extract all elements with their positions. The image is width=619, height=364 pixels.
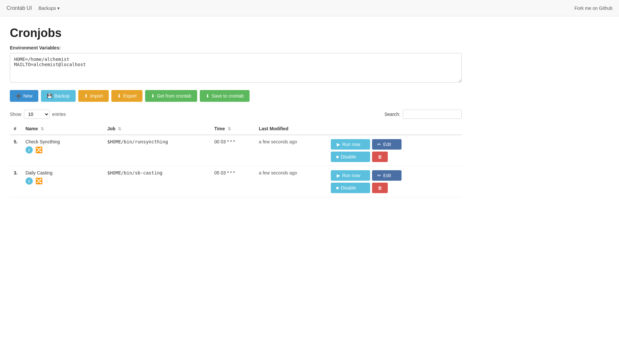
- row-time: 00 03 * * *: [210, 135, 255, 166]
- export-icon: ⬇: [117, 93, 121, 99]
- search-input[interactable]: [403, 110, 462, 119]
- table-row: 5. Check Syncthing i 🔀 $HOME/bin/runsync…: [10, 135, 462, 166]
- play-icon: ▶: [337, 173, 340, 178]
- col-name[interactable]: Name ⇅: [22, 123, 103, 135]
- branch-icon[interactable]: 🔀: [35, 177, 43, 185]
- row-name-cell: Daily Casting i 🔀: [22, 166, 103, 197]
- disable-icon: ■: [336, 185, 339, 191]
- backup-icon: 💾: [47, 93, 52, 99]
- delete-button[interactable]: 🗑: [372, 152, 388, 162]
- page-title: Cronjobs: [10, 26, 462, 40]
- chevron-down-icon: ▾: [57, 6, 60, 11]
- backup-button[interactable]: 💾 Backup: [41, 90, 76, 102]
- disable-icon: ■: [336, 154, 339, 159]
- export-button[interactable]: ⬇ Export: [111, 90, 142, 102]
- row-name: Daily Casting: [26, 170, 100, 175]
- run-now-button[interactable]: ▶ Run now: [331, 139, 370, 150]
- action-buttons: ➕ New 💾 Backup ⬆ Import ⬇ Export ⬇ Get f…: [10, 90, 462, 102]
- fork-github-link[interactable]: Fork me on Github: [574, 6, 612, 11]
- entries-label: entries: [52, 112, 66, 117]
- save-icon: ⬇: [206, 93, 210, 99]
- edit-label: Edit: [383, 173, 391, 178]
- jobs-tbody: 5. Check Syncthing i 🔀 $HOME/bin/runsync…: [10, 135, 462, 197]
- edit-button[interactable]: ✏ Edit: [372, 139, 402, 150]
- run-now-button[interactable]: ▶ Run now: [331, 170, 370, 181]
- info-icon[interactable]: i: [26, 146, 33, 154]
- row-icons: i 🔀: [26, 177, 100, 185]
- actions-row-top: ▶ Run now ✏ Edit: [331, 170, 458, 181]
- play-icon: ▶: [337, 142, 340, 147]
- navbar: Crontab UI Backups ▾ Fork me on Github: [0, 0, 619, 16]
- entries-select[interactable]: 10 25 50 100: [24, 110, 49, 119]
- col-job[interactable]: Job ⇅: [103, 123, 210, 135]
- trash-icon: 🗑: [378, 185, 382, 191]
- navbar-brand[interactable]: Crontab UI: [7, 5, 32, 11]
- row-actions: ▶ Run now ✏ Edit ■ Disable 🗑: [327, 135, 462, 166]
- env-textarea[interactable]: [10, 53, 462, 82]
- row-id: 3.: [10, 166, 22, 197]
- new-button[interactable]: ➕ New: [10, 90, 38, 102]
- row-time: 05 03 * * *: [210, 166, 255, 197]
- main-content: Cronjobs Environment Variables: ➕ New 💾 …: [0, 16, 472, 207]
- import-button[interactable]: ⬆ Import: [78, 90, 109, 102]
- info-icon[interactable]: i: [26, 177, 33, 185]
- get-from-crontab-button[interactable]: ⬇ Get from crontab: [145, 90, 197, 102]
- job-actions-group: ▶ Run now ✏ Edit ■ Disable 🗑: [331, 139, 458, 162]
- row-id: 5.: [10, 135, 22, 166]
- edit-icon: ✏: [377, 173, 381, 178]
- actions-row-bottom: ■ Disable 🗑: [331, 183, 458, 193]
- edit-button[interactable]: ✏ Edit: [372, 170, 402, 181]
- table-controls: Show 10 25 50 100 entries Search:: [10, 110, 462, 119]
- disable-button[interactable]: ■ Disable: [331, 152, 370, 162]
- import-icon: ⬆: [84, 93, 88, 99]
- col-last-modified: Last Modified: [255, 123, 327, 135]
- search-box: Search:: [385, 110, 462, 119]
- env-label: Environment Variables:: [10, 45, 462, 50]
- edit-icon: ✏: [377, 142, 381, 147]
- trash-icon: 🗑: [378, 154, 382, 159]
- job-actions-group: ▶ Run now ✏ Edit ■ Disable 🗑: [331, 170, 458, 193]
- disable-label: Disable: [341, 154, 356, 159]
- delete-button[interactable]: 🗑: [372, 183, 388, 193]
- edit-label: Edit: [383, 142, 391, 147]
- row-last-modified: a few seconds ago: [255, 166, 327, 197]
- row-job: $HOME/bin/sb-casting: [103, 166, 210, 197]
- navbar-backups-label: Backups: [38, 6, 56, 11]
- get-icon: ⬇: [151, 93, 155, 99]
- show-label: Show: [10, 112, 21, 117]
- row-icons: i 🔀: [26, 146, 100, 154]
- actions-row-top: ▶ Run now ✏ Edit: [331, 139, 458, 150]
- branch-icon[interactable]: 🔀: [35, 146, 43, 154]
- row-last-modified: a few seconds ago: [255, 135, 327, 166]
- jobs-table: # Name ⇅ Job ⇅ Time ⇅ Last Modified 5. C…: [10, 123, 462, 197]
- actions-row-bottom: ■ Disable 🗑: [331, 152, 458, 162]
- save-to-crontab-button[interactable]: ⬇ Save to crontab: [200, 90, 250, 102]
- row-actions: ▶ Run now ✏ Edit ■ Disable 🗑: [327, 166, 462, 197]
- col-time[interactable]: Time ⇅: [210, 123, 255, 135]
- row-job: $HOME/bin/runsyncthing: [103, 135, 210, 166]
- navbar-backups-dropdown[interactable]: Backups ▾: [38, 6, 60, 11]
- row-name: Check Syncthing: [26, 139, 100, 144]
- job-sort-icon: ⇅: [118, 127, 121, 131]
- search-label: Search:: [385, 112, 400, 117]
- name-sort-icon: ⇅: [41, 127, 44, 131]
- table-row: 3. Daily Casting i 🔀 $HOME/bin/sb-castin…: [10, 166, 462, 197]
- disable-label: Disable: [341, 185, 356, 191]
- row-name-cell: Check Syncthing i 🔀: [22, 135, 103, 166]
- col-actions: [327, 123, 462, 135]
- show-entries-control: Show 10 25 50 100 entries: [10, 110, 66, 119]
- run-now-label: Run now: [342, 142, 360, 147]
- run-now-label: Run now: [342, 173, 360, 178]
- time-sort-icon: ⇅: [228, 127, 231, 131]
- col-hash: #: [10, 123, 22, 135]
- disable-button[interactable]: ■ Disable: [331, 183, 370, 193]
- table-header: # Name ⇅ Job ⇅ Time ⇅ Last Modified: [10, 123, 462, 135]
- plus-icon: ➕: [16, 93, 21, 99]
